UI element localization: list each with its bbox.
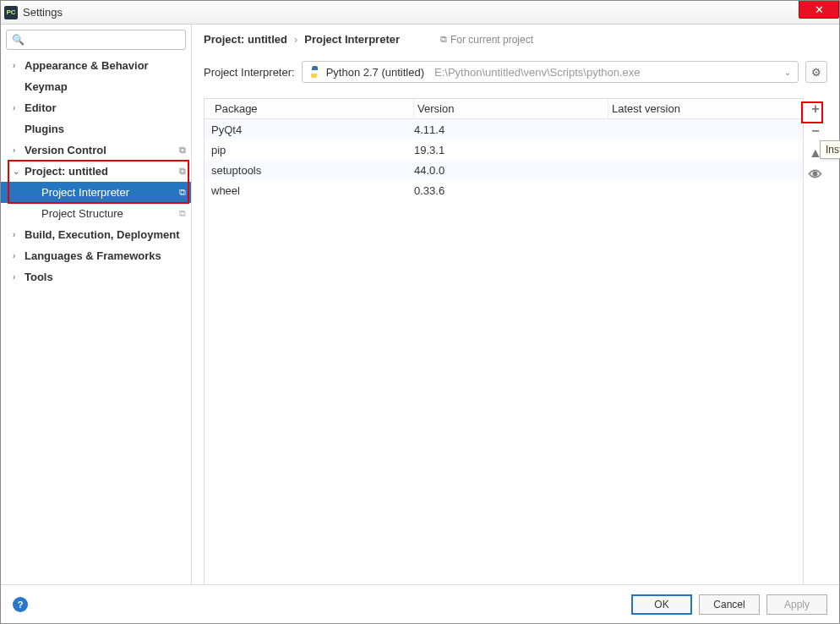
sidebar-item-project-structure[interactable]: Project Structure⧉ (1, 203, 191, 224)
col-latest[interactable]: Latest version (608, 99, 796, 118)
breadcrumb-project: Project: untitled (204, 33, 287, 46)
cell-pkg: setuptools (211, 164, 414, 177)
show-early-releases-button[interactable]: 👁 (806, 166, 825, 184)
chevron-down-icon: ⌄ (13, 167, 19, 176)
breadcrumb-page: Project Interpreter (304, 33, 400, 46)
chevron-right-icon: › (13, 145, 15, 155)
interpreter-row: Project Interpreter: Python 2.7 (untitle… (204, 61, 827, 83)
plus-icon: + (811, 101, 819, 117)
copy-icon: ⧉ (179, 145, 186, 156)
settings-sidebar: 🔍 ›Appearance & BehaviorKeymap›EditorPlu… (1, 25, 192, 584)
sidebar-item-editor[interactable]: ›Editor (1, 97, 191, 118)
sidebar-item-label: Project Structure (41, 207, 123, 220)
cancel-button[interactable]: Cancel (699, 594, 760, 615)
interpreter-selected-text: Python 2.7 (untitled) (326, 66, 424, 79)
sidebar-item-label: Tools (25, 271, 53, 283)
sidebar-item-version-control[interactable]: ›Version Control⧉ (1, 140, 191, 161)
close-button[interactable]: ✕ (799, 0, 839, 19)
cell-ver: 19.3.1 (414, 144, 608, 156)
install-tooltip: Inst (820, 140, 840, 159)
sidebar-item-languages-frameworks[interactable]: ›Languages & Frameworks (1, 245, 191, 266)
sidebar-item-label: Project Interpreter (41, 186, 129, 199)
sidebar-item-label: Editor (25, 101, 57, 114)
chevron-right-icon: › (13, 61, 15, 70)
title-bar: PC Settings ✕ (1, 1, 839, 25)
gear-icon: ⚙ (811, 66, 821, 79)
interpreter-select[interactable]: Python 2.7 (untitled) E:\Python\untitled… (302, 61, 799, 83)
settings-tree: ›Appearance & BehaviorKeymap›EditorPlugi… (1, 55, 191, 287)
sidebar-item-label: Project: untitled (25, 165, 108, 178)
sidebar-item-appearance-behavior[interactable]: ›Appearance & Behavior (1, 55, 191, 76)
sidebar-item-label: Keymap (25, 80, 68, 93)
interpreter-path-text: E:\Python\untitled\venv\Scripts\python.e… (434, 66, 641, 79)
table-row[interactable]: wheel0.33.6 (205, 180, 803, 200)
sidebar-item-tools[interactable]: ›Tools (1, 266, 191, 287)
apply-button[interactable]: Apply (766, 594, 827, 615)
settings-content: Project: untitled › Project Interpreter … (192, 25, 839, 584)
remove-package-button[interactable]: − (806, 122, 825, 140)
python-icon (308, 65, 321, 79)
help-icon: ? (18, 599, 24, 610)
interpreter-label: Project Interpreter: (204, 66, 295, 79)
packages-table-body: PyQt44.11.4pip19.3.1setuptools44.0.0whee… (205, 119, 803, 584)
main-area: 🔍 ›Appearance & BehaviorKeymap›EditorPlu… (1, 25, 839, 584)
sidebar-search-input[interactable]: 🔍 (6, 30, 186, 50)
sidebar-item-plugins[interactable]: Plugins (1, 118, 191, 140)
table-row[interactable]: PyQt44.11.4 (205, 119, 803, 140)
sidebar-item-project-interpreter[interactable]: Project Interpreter⧉ (1, 182, 191, 203)
close-icon: ✕ (815, 3, 824, 16)
sidebar-item-project-untitled[interactable]: ⌄Project: untitled⧉ (1, 161, 191, 182)
sidebar-item-label: Build, Execution, Deployment (25, 228, 179, 241)
col-package[interactable]: Package (211, 99, 414, 118)
copy-icon: ⧉ (179, 187, 186, 198)
chevron-right-icon: › (13, 272, 15, 282)
eye-icon: 👁 (809, 167, 822, 183)
cell-pkg: PyQt4 (211, 123, 414, 136)
ok-button[interactable]: OK (631, 594, 692, 615)
sidebar-item-label: Plugins (25, 123, 64, 135)
package-side-buttons: + − ▲ 👁 (804, 98, 827, 585)
chevron-down-icon: ⌄ (784, 68, 791, 77)
chevron-right-icon: › (13, 103, 15, 112)
add-package-button[interactable]: + (806, 100, 825, 118)
copy-icon: ⧉ (440, 34, 447, 45)
help-button[interactable]: ? (13, 597, 28, 612)
cell-pkg: wheel (211, 184, 414, 197)
packages-table-header: Package Version Latest version (205, 99, 803, 119)
copy-icon: ⧉ (179, 166, 186, 177)
sidebar-item-build-execution-deployment[interactable]: ›Build, Execution, Deployment (1, 224, 191, 245)
chevron-right-icon: › (13, 251, 15, 260)
cell-pkg: pip (211, 144, 414, 156)
search-icon: 🔍 (12, 34, 25, 46)
copy-icon: ⧉ (179, 208, 186, 219)
app-icon: PC (4, 6, 18, 19)
cell-ver: 0.33.6 (414, 184, 608, 197)
minus-icon: − (811, 123, 819, 139)
table-row[interactable]: setuptools44.0.0 (205, 160, 803, 180)
sidebar-item-label: Version Control (25, 144, 106, 156)
cell-ver: 44.0.0 (414, 164, 608, 177)
table-row[interactable]: pip19.3.1 (205, 140, 803, 160)
for-current-project-label: ⧉ For current project (440, 34, 533, 46)
interpreter-settings-button[interactable]: ⚙ (805, 61, 827, 83)
col-version[interactable]: Version (414, 99, 608, 118)
sidebar-item-keymap[interactable]: Keymap (1, 76, 191, 97)
breadcrumb: Project: untitled › Project Interpreter … (204, 33, 827, 46)
breadcrumb-separator: › (294, 33, 297, 46)
packages-block: Package Version Latest version PyQt44.11… (204, 98, 827, 585)
sidebar-item-label: Languages & Frameworks (25, 249, 161, 262)
bottom-bar: ? OK Cancel Apply (1, 584, 839, 623)
sidebar-item-label: Appearance & Behavior (25, 59, 149, 72)
chevron-right-icon: › (13, 230, 15, 239)
packages-table: Package Version Latest version PyQt44.11… (204, 98, 804, 585)
window-title: Settings (23, 6, 63, 19)
cell-ver: 4.11.4 (414, 123, 608, 136)
